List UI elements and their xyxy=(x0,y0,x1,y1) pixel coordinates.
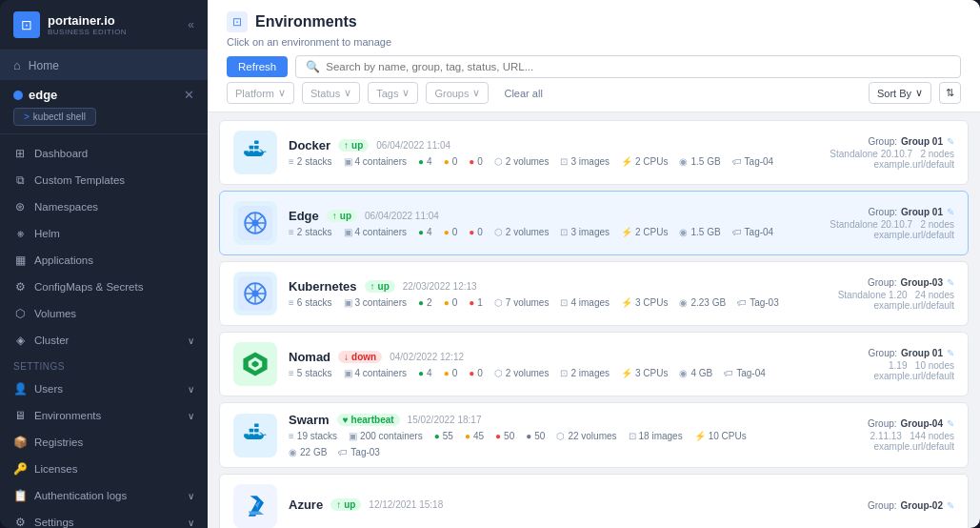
kubernetes-date: 22/03/2022 12:13 xyxy=(403,281,477,292)
docker-url: example.url/default xyxy=(802,159,954,170)
nomad-cpus: ⚡3 CPUs xyxy=(621,368,668,378)
sidebar-collapse-icon[interactable]: « xyxy=(188,18,194,31)
kubernetes-group: Group: Group-03 ✎ xyxy=(802,277,954,288)
sidebar-item-helm[interactable]: ⎈ Helm xyxy=(0,220,208,247)
env-close-icon[interactable]: ✕ xyxy=(184,88,194,102)
kubernetes-stats: ≡6 stacks ▣3 containers ●2 ●0 ●1 ⬡7 volu… xyxy=(289,297,790,308)
sidebar: ⊡ portainer.io BUSINESS EDITION « ⌂ Home… xyxy=(0,0,208,528)
settings-section-label: Settings xyxy=(0,354,208,376)
sidebar-item-home[interactable]: ⌂ Home xyxy=(0,51,208,80)
swarm-edit-icon[interactable]: ✎ xyxy=(947,418,954,429)
custom-templates-icon: ⧉ xyxy=(13,173,27,187)
sidebar-item-cluster[interactable]: ◈ Cluster ∨ xyxy=(0,327,208,354)
sidebar-env-section: edge ✕ kubectl shell xyxy=(0,80,208,134)
environment-card-swarm[interactable]: Swarm ♥ heartbeat 15/02/2022 18:17 ≡19 s… xyxy=(219,402,969,468)
nomad-unhealthy: ●0 xyxy=(469,368,483,378)
groups-chevron-icon: ∨ xyxy=(472,87,480,99)
docker-containers: ▣4 containers xyxy=(344,156,407,167)
edge-stacks: ≡2 stacks xyxy=(289,227,332,237)
sidebar-item-label: ConfigMaps & Secrets xyxy=(34,281,143,293)
main-content: ⊡ Environments Click on an environment t… xyxy=(208,0,980,528)
environment-list: Docker ↑ up 06/04/2022 11:04 ≡2 stacks ▣… xyxy=(208,112,980,528)
sidebar-item-registries[interactable]: 📦 Registries xyxy=(0,429,208,456)
search-box: 🔍 xyxy=(295,55,961,78)
sidebar-item-auth-logs[interactable]: 📋 Authentication logs ∨ xyxy=(0,482,208,509)
edge-stats: ≡2 stacks ▣4 containers ●4 ●0 ●0 ⬡2 volu… xyxy=(289,227,790,237)
sidebar-item-configmaps[interactable]: ⚙ ConfigMaps & Secrets xyxy=(0,274,208,300)
sidebar-item-dashboard[interactable]: ⊞ Dashboard xyxy=(0,140,208,167)
nomad-images: ⊡2 images xyxy=(560,368,610,378)
environment-card-kubernetes[interactable]: Kubernetes ↑ up 22/03/2022 12:13 ≡6 stac… xyxy=(219,261,969,326)
sidebar-item-volumes[interactable]: ⬡ Volumes xyxy=(0,300,208,327)
sidebar-item-settings[interactable]: ⚙ Settings ∨ xyxy=(0,509,208,528)
settings-icon: ⚙ xyxy=(13,516,27,528)
search-input[interactable] xyxy=(326,61,950,72)
sidebar-item-label: Cluster xyxy=(34,335,69,346)
configmaps-icon: ⚙ xyxy=(13,280,27,294)
sort-by-chevron-icon: ∨ xyxy=(915,87,923,99)
logo-subtitle: BUSINESS EDITION xyxy=(48,28,127,36)
k8s-running: ●2 xyxy=(418,297,432,308)
nomad-group: Group: Group 01 ✎ xyxy=(802,348,954,358)
edge-unhealthy: ●0 xyxy=(469,227,483,237)
svg-rect-23 xyxy=(254,423,259,427)
cluster-chevron-icon: ∨ xyxy=(188,335,194,346)
kubectl-shell-button[interactable]: kubectl shell xyxy=(13,108,96,126)
environment-card-edge[interactable]: Edge ↑ up 06/04/2022 11:04 ≡2 stacks ▣4 … xyxy=(219,191,969,255)
edge-edit-icon[interactable]: ✎ xyxy=(947,207,954,217)
svg-rect-5 xyxy=(254,146,259,150)
sidebar-item-environments[interactable]: 🖥 Environments ∨ xyxy=(0,402,208,429)
sidebar-item-users[interactable]: 👤 Users ∨ xyxy=(0,376,208,402)
groups-filter[interactable]: Groups ∨ xyxy=(426,82,489,104)
environment-card-azure[interactable]: Azure ↑ up 12/12/2021 15:18 Group: Group… xyxy=(219,474,969,528)
k8s-unhealthy: ●1 xyxy=(469,297,483,308)
svg-rect-6 xyxy=(254,140,259,144)
docker-name-row: Docker ↑ up 06/04/2022 11:04 xyxy=(289,138,790,152)
docker-date: 06/04/2022 11:04 xyxy=(376,140,450,151)
nomad-date: 04/02/2022 12:12 xyxy=(390,352,464,362)
azure-date: 12/12/2021 15:18 xyxy=(369,499,443,510)
swarm-url: example.url/default xyxy=(802,441,954,452)
swarm-standalone: 2.11.13 144 nodes xyxy=(802,431,954,441)
k8s-memory: ◉2.23 GB xyxy=(679,297,726,308)
sidebar-item-custom-templates[interactable]: ⧉ Custom Templates xyxy=(0,167,208,193)
sort-order-button[interactable]: ⇅ xyxy=(939,82,961,104)
swarm-stacks: ≡19 stacks xyxy=(289,431,337,441)
sidebar-item-label: Authentication logs xyxy=(34,490,127,501)
docker-cpus: ⚡2 CPUs xyxy=(621,156,668,167)
docker-stacks: ≡2 stacks xyxy=(289,156,332,167)
edge-env-main: Edge ↑ up 06/04/2022 11:04 ≡2 stacks ▣4 … xyxy=(289,209,790,237)
swarm-group: Group: Group-04 ✎ xyxy=(802,418,954,429)
sidebar-header: ⊡ portainer.io BUSINESS EDITION « xyxy=(0,0,208,51)
azure-edit-icon[interactable]: ✎ xyxy=(947,500,954,511)
swarm-images: ⊡18 images xyxy=(629,431,683,441)
refresh-button[interactable]: Refresh xyxy=(227,56,288,77)
edge-status-badge: ↑ up xyxy=(327,210,357,222)
environment-card-nomad[interactable]: Nomad ↓ down 04/02/2022 12:12 ≡5 stacks … xyxy=(219,332,969,396)
edge-images: ⊡3 images xyxy=(560,227,610,237)
swarm-stopped: ●45 xyxy=(465,431,484,441)
nomad-edit-icon[interactable]: ✎ xyxy=(947,348,954,358)
environments-chevron-icon: ∨ xyxy=(188,411,194,421)
k8s-edit-icon[interactable]: ✎ xyxy=(947,277,954,288)
sidebar-item-applications[interactable]: ▦ Applications xyxy=(0,247,208,274)
status-filter[interactable]: Status ∨ xyxy=(302,82,360,104)
sort-by-dropdown[interactable]: Sort By ∨ xyxy=(869,82,931,104)
docker-unhealthy: ●0 xyxy=(469,156,483,167)
environments-icon: 🖥 xyxy=(13,409,27,422)
groups-label: Groups xyxy=(434,88,469,99)
platform-filter[interactable]: Platform ∨ xyxy=(227,82,294,104)
azure-group: Group: Group-02 ✎ xyxy=(802,500,954,511)
kubernetes-name-row: Kubernetes ↑ up 22/03/2022 12:13 xyxy=(289,279,790,294)
sidebar-item-namespaces[interactable]: ⊛ Namespaces xyxy=(0,193,208,220)
docker-group: Group: Group 01 ✎ xyxy=(802,136,954,147)
svg-point-9 xyxy=(251,219,258,226)
sidebar-item-licenses[interactable]: 🔑 Licenses xyxy=(0,456,208,482)
environment-card-docker[interactable]: Docker ↑ up 06/04/2022 11:04 ≡2 stacks ▣… xyxy=(219,120,969,185)
clear-all-button[interactable]: Clear all xyxy=(496,84,550,103)
swarm-date: 15/02/2022 18:17 xyxy=(408,415,482,425)
docker-edit-icon[interactable]: ✎ xyxy=(947,136,954,147)
tags-filter[interactable]: Tags ∨ xyxy=(368,82,418,104)
sidebar-item-label: Licenses xyxy=(34,463,77,475)
nomad-running: ●4 xyxy=(418,368,432,378)
